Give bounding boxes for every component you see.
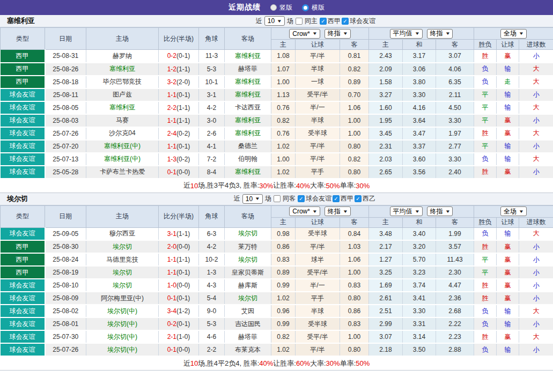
- layout-option-horizontal[interactable]: 横版: [302, 3, 325, 12]
- home-team: 卡萨布兰卡热爱: [86, 166, 159, 179]
- home-team: 沙尔克04: [86, 127, 159, 140]
- result-goals-over-under: 大: [519, 76, 553, 88]
- league-filter-checkbox[interactable]: ✓: [342, 18, 349, 25]
- col-result-goals: 进球数: [519, 217, 553, 227]
- summary-text: 大率:: [310, 359, 326, 368]
- col-type: 类型: [1, 205, 45, 227]
- chevron-down-icon: ▼: [445, 31, 450, 36]
- odds-stage-select[interactable]: 终指▼: [325, 29, 351, 39]
- home-team: 赫罗纳: [86, 50, 159, 63]
- avg-odds-home: 1.58: [369, 76, 403, 88]
- handicap-line: 受半球: [296, 127, 340, 140]
- league-filter-checkbox[interactable]: ✓: [320, 18, 327, 25]
- league-type-badge: 球会友谊: [1, 88, 45, 101]
- result-win-draw-lose: 平: [474, 140, 497, 153]
- league-filter-checkbox[interactable]: ✓: [333, 195, 340, 202]
- match-date: 25-08-03: [45, 114, 86, 127]
- col-odds-home: 主: [271, 40, 296, 50]
- score-cell: 3-4(1-2): [159, 305, 199, 317]
- handicap-odds-away: 0.80: [340, 166, 369, 179]
- handicap-odds-away: 0.80: [340, 343, 369, 356]
- handicap-line: 一球: [296, 76, 340, 88]
- odds-source-select[interactable]: Crow*▼: [289, 29, 320, 39]
- scope-select[interactable]: 全场▼: [500, 206, 527, 216]
- vertical-layout-radio[interactable]: [270, 4, 277, 11]
- corners-cell: 10-1: [199, 76, 225, 88]
- score-cell: 2-1(1-0): [159, 330, 199, 343]
- odds-source-select[interactable]: Crow*▼: [289, 206, 320, 216]
- handicap-odds-home: 1.02: [271, 343, 296, 356]
- result-handicap: 赢: [497, 127, 519, 140]
- avg-odds-draw: 3.17: [403, 50, 436, 63]
- avg-odds-away: 2.88: [436, 343, 474, 356]
- corners-cell: 6-3: [199, 227, 225, 240]
- result-goals-over-under: 大: [519, 305, 553, 317]
- league-type-badge: 西甲: [1, 50, 45, 63]
- handicap-odds-home: 1.00: [271, 153, 296, 166]
- home-team: 图卢兹: [86, 88, 159, 101]
- avg-odds-home: 1.60: [369, 101, 403, 114]
- avg-odds-away: 2.68: [436, 305, 474, 317]
- odds-stage-select[interactable]: 终指▼: [325, 206, 351, 216]
- handicap-line: 平/半: [296, 343, 340, 356]
- result-win-draw-lose: 胜: [474, 50, 497, 63]
- result-handicap: 输: [497, 227, 519, 240]
- home-team: 埃尔切: [86, 240, 159, 253]
- fulltime-score: 1-1: [167, 91, 176, 99]
- result-goals-over-under: 小: [519, 88, 553, 101]
- summary-text: 让胜率:: [273, 359, 296, 368]
- same-venue-checkbox[interactable]: [296, 18, 303, 25]
- handicap-line: 平手: [296, 292, 340, 305]
- avg-source-select[interactable]: 平均值▼: [390, 206, 423, 216]
- match-row: 球会友谊 25-07-13 塞维利亚(中) 1-3(0-2) 7-2 伯明翰 1…: [1, 153, 553, 166]
- filter-row: 埃尔切 近 10▼ 场 同客 ✓球会友谊✓西甲✓西乙: [0, 193, 553, 205]
- fulltime-score: 2-4: [167, 130, 176, 137]
- scope-select[interactable]: 全场▼: [500, 29, 527, 39]
- match-row: 球会友谊 25-07-30 埃尔切(中) 2-1(1-0) 4-6 赫塔菲 0.…: [1, 330, 553, 343]
- result-handicap: 输: [497, 101, 519, 114]
- result-handicap: 赢: [497, 253, 519, 266]
- corners-cell: 1-3: [199, 266, 225, 279]
- col-corner: 角球: [199, 28, 225, 50]
- summary-text: 30%: [326, 359, 340, 367]
- avg-stage-select[interactable]: 终指▼: [427, 29, 453, 39]
- result-goals-over-under: 小: [519, 114, 553, 127]
- games-count-select[interactable]: 10▼: [242, 194, 263, 204]
- result-goals-over-under: 小: [519, 266, 553, 279]
- handicap-line: 平/半: [296, 240, 340, 253]
- halftime-score: (1-1): [176, 104, 190, 112]
- league-type-badge: 球会友谊: [1, 140, 45, 153]
- fulltime-score: 0-1: [167, 168, 176, 176]
- same-venue-checkbox[interactable]: [274, 195, 281, 202]
- result-goals-over-under: 小: [519, 343, 553, 356]
- league-filter-checkbox[interactable]: ✓: [355, 195, 362, 202]
- league-filter-checkbox[interactable]: ✓: [298, 195, 305, 202]
- summary-text: 大率:: [310, 181, 326, 190]
- avg-stage-select[interactable]: 终指▼: [427, 206, 453, 216]
- handicap-odds-away: 1.03: [340, 240, 369, 253]
- avg-odds-draw: 3.30: [403, 88, 436, 101]
- match-row: 球会友谊 25-08-05 塞维利亚 2-2(1-1) 4-2 卡达西亚 0.7…: [1, 101, 553, 114]
- horizontal-layout-radio[interactable]: [302, 4, 309, 11]
- league-filter-label: 西甲: [328, 17, 341, 26]
- away-team: 赫塔菲: [225, 330, 271, 343]
- summary-text: 30%: [259, 182, 273, 190]
- handicap-odds-away: 0.83: [340, 279, 369, 292]
- result-win-draw-lose: 负: [474, 63, 497, 76]
- layout-option-vertical[interactable]: 竖版: [270, 3, 292, 12]
- score-cell: 1-1(0-1): [159, 88, 199, 101]
- avg-odds-draw: 3.06: [403, 63, 436, 76]
- avg-odds-away: 2.23: [436, 330, 474, 343]
- league-filter-group: ✓球会友谊✓西甲✓西乙: [298, 194, 375, 203]
- col-away: 客场: [225, 28, 271, 50]
- summary-text: 40%: [296, 182, 310, 190]
- match-date: 25-08-01: [45, 317, 86, 330]
- avg-odds-away: 3.57: [436, 240, 474, 253]
- games-count-select[interactable]: 10▼: [264, 16, 285, 26]
- away-team: 桑德兰: [225, 140, 271, 153]
- avg-odds-draw: 3.56: [403, 166, 436, 179]
- away-team: 布莱克本: [225, 343, 271, 356]
- score-cell: 2-0(0-0): [159, 240, 199, 253]
- avg-source-select[interactable]: 平均值▼: [390, 29, 423, 39]
- match-date: 25-08-10: [45, 279, 86, 292]
